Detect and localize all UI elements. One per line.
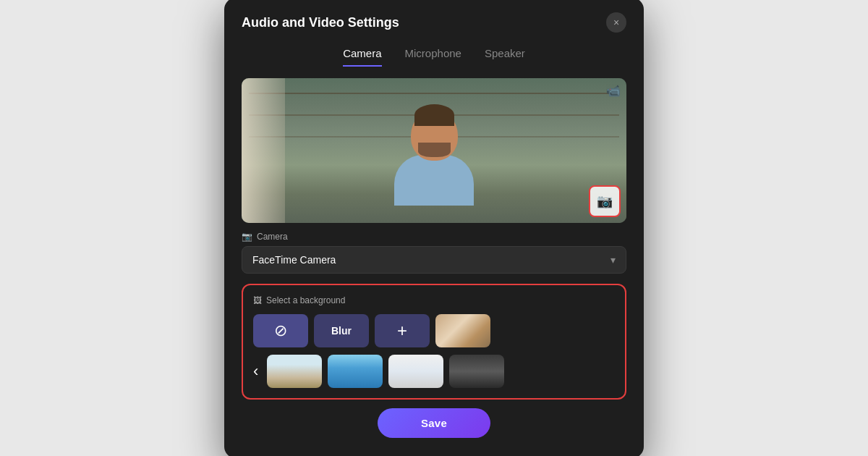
background-icon: 🖼 [253,295,262,305]
background-section: 🖼 Select a background ⊘ Blur + [242,284,626,400]
camera-label-row: 📷 Camera [242,232,626,242]
audio-video-settings-modal: Audio and Video Settings × Camera Microp… [224,0,644,456]
camera-select-value: FaceTime Camera [252,254,336,266]
blur-label: Blur [331,325,352,337]
background-blur-button[interactable]: Blur [314,314,369,347]
save-button-container: Save [242,400,626,444]
camera-toggle-button[interactable]: 📷 [589,185,621,217]
background-thumb-3[interactable] [388,355,443,388]
background-row-2: ‹ [253,355,615,388]
tab-camera[interactable]: Camera [343,47,381,67]
video-camera-icon: 📹 [606,84,621,98]
chevron-down-icon: ▾ [610,254,616,266]
background-thumb-4[interactable] [449,355,504,388]
camera-label: Camera [257,232,288,242]
background-thumb-2[interactable] [328,355,383,388]
camera-small-icon: 📷 [242,232,252,242]
camera-select-dropdown[interactable]: FaceTime Camera ▾ [242,246,626,274]
save-button[interactable]: Save [378,408,490,438]
camera-off-icon: 📷 [597,193,613,209]
prev-arrow-button[interactable]: ‹ [253,362,258,381]
background-label-row: 🖼 Select a background [253,295,615,305]
background-image-1[interactable] [435,314,490,347]
background-thumb-1[interactable] [267,355,322,388]
modal-body: 📹 📷 📷 Camera FaceTime Camera ▾ 🖼 Select … [224,67,644,456]
none-icon: ⊘ [274,321,287,340]
tab-speaker[interactable]: Speaker [485,47,525,67]
close-button[interactable]: × [606,12,626,33]
video-preview [242,78,626,223]
add-icon: + [397,321,407,341]
background-row-1: ⊘ Blur + [253,314,615,347]
video-preview-container: 📹 📷 [242,78,626,223]
modal-title: Audio and Video Settings [242,15,399,30]
background-add-button[interactable]: + [375,314,430,347]
tabs-container: Camera Microphone Speaker [224,33,644,67]
background-none-button[interactable]: ⊘ [253,314,308,347]
background-label: Select a background [266,295,345,305]
modal-header: Audio and Video Settings × [224,0,644,33]
tab-microphone[interactable]: Microphone [405,47,461,67]
